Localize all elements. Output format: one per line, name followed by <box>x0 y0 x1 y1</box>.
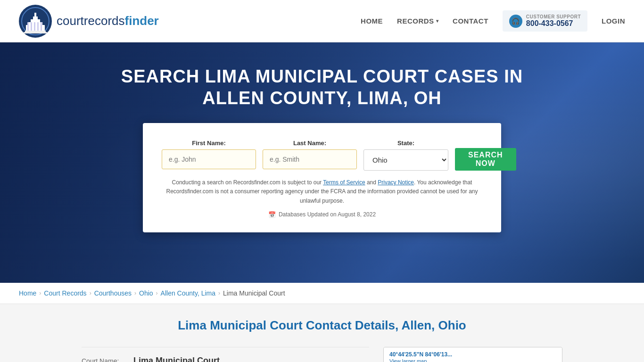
map-top-bar: 40°44'25.5"N 84°06'13... View larger map <box>384 347 562 362</box>
svg-rect-12 <box>24 32 47 33</box>
search-fields: First Name: Last Name: State: Ohio Alaba… <box>162 140 482 171</box>
phone-icon: 🎧 <box>509 15 522 28</box>
disclaimer-text: Conducting a search on Recordsfinder.com… <box>162 178 482 206</box>
nav-records[interactable]: RECORDS ▾ <box>397 17 438 25</box>
svg-rect-8 <box>34 22 35 32</box>
nav-home[interactable]: HOME <box>361 17 383 25</box>
state-group: State: Ohio Alabama Alaska Arizona Calif… <box>363 140 448 171</box>
breadcrumb-court-records[interactable]: Court Records <box>44 289 86 297</box>
svg-rect-9 <box>37 22 39 32</box>
breadcrumb: Home › Court Records › Courthouses › Ohi… <box>0 283 644 304</box>
first-name-label: First Name: <box>162 140 256 147</box>
logo-text: courtrecordsfinder <box>57 14 159 28</box>
privacy-link[interactable]: Privacy Notice <box>378 179 414 186</box>
breadcrumb-sep-4: › <box>156 290 158 296</box>
first-name-input[interactable] <box>162 149 256 169</box>
search-box: First Name: Last Name: State: Ohio Alaba… <box>143 123 501 232</box>
svg-rect-5 <box>34 13 36 17</box>
first-name-group: First Name: <box>162 140 256 171</box>
support-number: 800-433-0567 <box>526 19 581 28</box>
calendar-icon: 📅 <box>268 211 276 218</box>
last-name-input[interactable] <box>263 149 357 169</box>
breadcrumb-courthouses[interactable]: Courthouses <box>94 289 132 297</box>
svg-rect-10 <box>41 22 42 32</box>
breadcrumb-sep-2: › <box>90 290 91 296</box>
db-updated: 📅 Databases Updated on August 8, 2022 <box>162 211 482 218</box>
map-coords: 40°44'25.5"N 84°06'13... <box>389 351 556 358</box>
details-section: Court Name: Lima Municipal Court State: … <box>82 347 369 362</box>
map-container: 40°44'25.5"N 84°06'13... View larger map <box>383 347 562 362</box>
support-block: 🎧 CUSTOMER SUPPORT 800-433-0567 <box>503 10 587 32</box>
last-name-label: Last Name: <box>263 140 357 147</box>
svg-rect-6 <box>27 22 29 32</box>
last-name-group: Last Name: <box>263 140 357 171</box>
court-name-row: Court Name: Lima Municipal Court <box>82 347 369 362</box>
logo-icon <box>19 5 52 38</box>
breadcrumb-home[interactable]: Home <box>19 289 36 297</box>
breadcrumb-ohio[interactable]: Ohio <box>139 289 153 297</box>
terms-link[interactable]: Terms of Service <box>323 179 365 186</box>
breadcrumb-allen-county[interactable]: Allen County, Lima <box>161 289 215 297</box>
svg-rect-11 <box>25 31 46 32</box>
state-select[interactable]: Ohio Alabama Alaska Arizona California F… <box>363 149 448 171</box>
chevron-down-icon: ▾ <box>436 18 439 24</box>
nav-login[interactable]: LOGIN <box>602 17 625 25</box>
search-button[interactable]: SEARCH NOW <box>455 148 516 171</box>
court-name-value: Lima Municipal Court <box>133 356 220 362</box>
hero-title: SEARCH LIMA MUNICIPAL COURT CASES IN ALL… <box>110 66 534 109</box>
logo-area: courtrecordsfinder <box>19 5 159 38</box>
header: courtrecordsfinder HOME RECORDS ▾ CONTAC… <box>0 0 644 42</box>
state-label: State: <box>363 140 448 147</box>
svg-rect-7 <box>31 22 32 32</box>
main-nav: HOME RECORDS ▾ CONTACT 🎧 CUSTOMER SUPPOR… <box>361 10 625 32</box>
map-section: 40°44'25.5"N 84°06'13... View larger map <box>383 347 562 362</box>
support-label: CUSTOMER SUPPORT <box>526 14 581 19</box>
map-view-larger[interactable]: View larger map <box>389 358 427 362</box>
hero-section: SEARCH LIMA MUNICIPAL COURT CASES IN ALL… <box>0 42 644 283</box>
breadcrumb-sep-5: › <box>218 290 220 296</box>
breadcrumb-current: Lima Municipal Court <box>223 289 285 297</box>
nav-contact[interactable]: CONTACT <box>453 17 488 25</box>
details-map-row: Court Name: Lima Municipal Court State: … <box>82 347 562 362</box>
court-name-label: Court Name: <box>82 357 129 362</box>
content-area: Lima Municipal Court Contact Details, Al… <box>63 304 581 362</box>
breadcrumb-sep-3: › <box>134 290 136 296</box>
breadcrumb-sep-1: › <box>39 290 41 296</box>
section-title: Lima Municipal Court Contact Details, Al… <box>82 318 562 333</box>
